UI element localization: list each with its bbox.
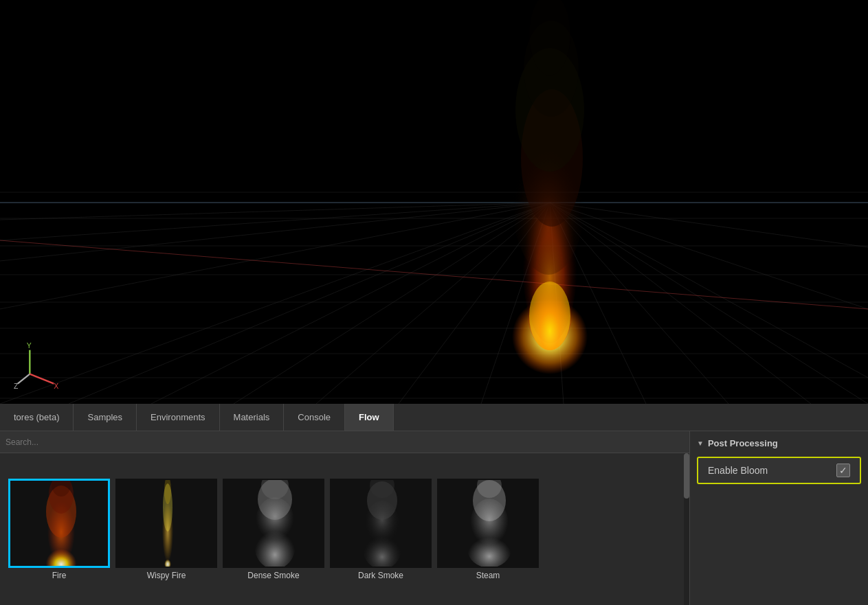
tab-environments[interactable]: Environments xyxy=(137,404,219,431)
tab-samples[interactable]: Samples xyxy=(74,404,137,431)
thumb-label-steam: Steam xyxy=(476,571,500,580)
search-input[interactable] xyxy=(5,437,684,447)
grid-background xyxy=(0,0,868,404)
right-panel: ▼ Post Processing Enable Bloom xyxy=(689,431,868,605)
bloom-control[interactable]: Enable Bloom xyxy=(697,457,861,484)
thumb-label-dark-smoke: Dark Smoke xyxy=(358,571,403,580)
svg-text:Y: Y xyxy=(27,342,32,350)
enable-bloom-label: Enable Bloom xyxy=(708,465,768,476)
thumb-img-dense-smoke xyxy=(223,479,324,568)
left-panel: Fire xyxy=(0,431,689,605)
thumb-label-wispy-fire: Wispy Fire xyxy=(147,571,186,580)
enable-bloom-checkbox[interactable] xyxy=(836,464,850,477)
collapse-icon: ▼ xyxy=(697,440,704,447)
tab-flow[interactable]: Flow xyxy=(345,404,394,431)
thumb-label-dense-smoke: Dense Smoke xyxy=(247,571,299,580)
tab-console[interactable]: Console xyxy=(284,404,345,431)
tab-stores[interactable]: tores (beta) xyxy=(0,404,74,431)
post-processing-header: ▼ Post Processing xyxy=(697,438,861,448)
svg-rect-0 xyxy=(0,0,868,404)
thumb-img-fire xyxy=(8,479,110,568)
thumbnail-dense-smoke[interactable]: Dense Smoke xyxy=(223,479,324,580)
main-content: Fire xyxy=(0,431,868,605)
svg-point-40 xyxy=(529,282,570,350)
viewport: Y Z X xyxy=(0,0,868,404)
scrollbar-track[interactable] xyxy=(684,453,689,605)
tabs-bar: tores (beta) Samples Environments Materi… xyxy=(0,404,868,431)
svg-line-45 xyxy=(30,374,54,384)
search-bar xyxy=(0,431,689,453)
thumb-img-dark-smoke xyxy=(330,479,432,568)
thumb-img-steam xyxy=(437,479,539,568)
thumbnail-fire[interactable]: Fire xyxy=(8,479,110,580)
thumbnails-area: Fire xyxy=(0,453,689,605)
svg-text:Z: Z xyxy=(14,382,19,390)
thumbnail-dark-smoke[interactable]: Dark Smoke xyxy=(330,479,432,580)
axis-indicator: Y Z X xyxy=(14,342,62,390)
svg-text:X: X xyxy=(54,382,58,390)
svg-line-43 xyxy=(18,374,30,384)
thumbnail-wispy-fire[interactable]: Wispy Fire xyxy=(115,479,217,580)
thumb-label-fire: Fire xyxy=(52,571,67,580)
section-title: Post Processing xyxy=(708,438,778,448)
tab-materials[interactable]: Materials xyxy=(220,404,285,431)
thumb-img-wispy-fire xyxy=(115,479,217,568)
thumbnail-steam[interactable]: Steam xyxy=(437,479,539,580)
